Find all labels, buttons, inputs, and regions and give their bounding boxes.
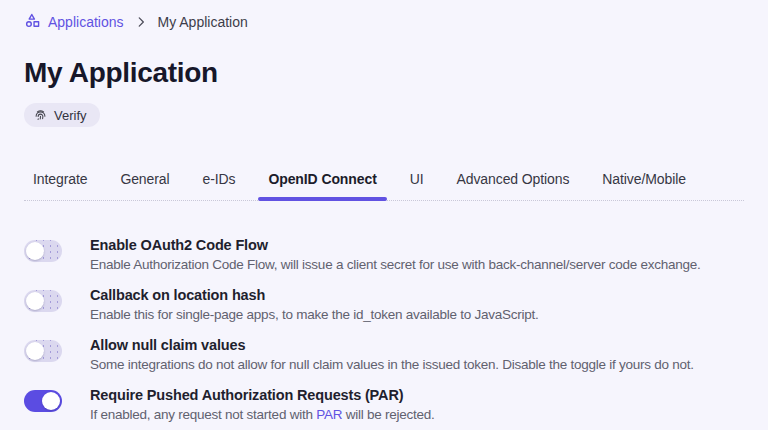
toggle-callback-location-hash[interactable] — [24, 290, 62, 312]
tab-integrate[interactable]: Integrate — [33, 171, 87, 200]
toggle-oauth2-code-flow[interactable] — [24, 240, 62, 262]
toggle-knob — [42, 392, 60, 410]
setting-row: Callback on location hash Enable this fo… — [24, 286, 744, 324]
setting-label: Allow null claim values — [90, 336, 694, 355]
setting-text: Allow null claim values Some integration… — [90, 336, 694, 374]
tab-ui[interactable]: UI — [410, 171, 424, 200]
par-link[interactable]: PAR — [316, 407, 342, 422]
tab-native-mobile[interactable]: Native/Mobile — [602, 171, 686, 200]
setting-description: Some integrations do not allow for null … — [90, 355, 694, 374]
verify-button-label: Verify — [54, 108, 87, 123]
tab-general[interactable]: General — [120, 171, 169, 200]
setting-description: Enable Authorization Code Flow, will iss… — [90, 255, 701, 274]
tab-bar: Integrate General e-IDs OpenID Connect U… — [24, 171, 744, 201]
breadcrumb-current-label: My Application — [158, 14, 248, 30]
setting-text: Enable OAuth2 Code Flow Enable Authoriza… — [90, 236, 701, 274]
setting-description-text: If enabled, any request not started with — [90, 407, 316, 422]
shapes-icon — [24, 12, 41, 32]
setting-text: Require Pushed Authorization Requests (P… — [90, 386, 434, 424]
setting-label: Callback on location hash — [90, 286, 539, 305]
setting-text: Callback on location hash Enable this fo… — [90, 286, 539, 324]
page-title: My Application — [24, 56, 744, 90]
toggle-require-par[interactable] — [24, 390, 62, 412]
setting-description: If enabled, any request not started with… — [90, 405, 434, 424]
breadcrumb: Applications My Application — [24, 12, 744, 32]
toggle-allow-null-claim-values[interactable] — [24, 340, 62, 362]
setting-row: Enable OAuth2 Code Flow Enable Authoriza… — [24, 236, 744, 274]
verify-button[interactable]: Verify — [24, 103, 100, 127]
setting-row: Require Pushed Authorization Requests (P… — [24, 386, 744, 424]
chevron-right-icon — [134, 15, 148, 29]
toggle-knob — [26, 342, 44, 360]
tab-openid-connect[interactable]: OpenID Connect — [268, 171, 376, 200]
setting-description-text: will be rejected. — [342, 407, 434, 422]
setting-description: Enable this for single-page apps, to mak… — [90, 305, 539, 324]
breadcrumb-link-applications[interactable]: Applications — [24, 12, 124, 32]
setting-label: Enable OAuth2 Code Flow — [90, 236, 701, 255]
toggle-knob — [26, 242, 44, 260]
openid-connect-settings: Enable OAuth2 Code Flow Enable Authoriza… — [24, 236, 744, 424]
fingerprint-icon — [33, 108, 48, 123]
setting-row: Allow null claim values Some integration… — [24, 336, 744, 374]
application-settings-page: Applications My Application My Applicati… — [0, 0, 768, 424]
tab-e-ids[interactable]: e-IDs — [202, 171, 235, 200]
tab-advanced-options[interactable]: Advanced Options — [457, 171, 570, 200]
breadcrumb-root-label: Applications — [48, 14, 124, 30]
toggle-knob — [26, 292, 44, 310]
setting-label: Require Pushed Authorization Requests (P… — [90, 386, 434, 405]
